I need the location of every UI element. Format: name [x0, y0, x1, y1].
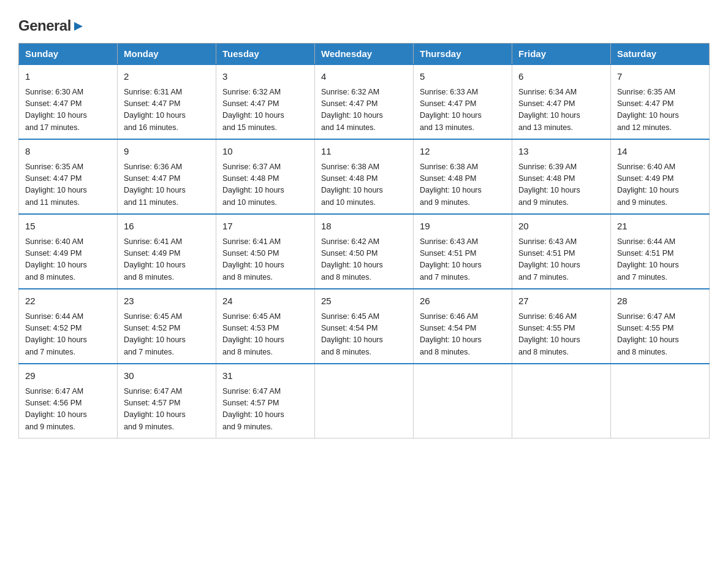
day-cell: 12Sunrise: 6:38 AMSunset: 4:48 PMDayligh…: [414, 139, 512, 214]
logo-general-text: General: [18, 17, 71, 34]
day-number: 16: [124, 220, 210, 234]
day-cell: 22Sunrise: 6:44 AMSunset: 4:52 PMDayligh…: [19, 289, 118, 364]
day-info: Sunrise: 6:38 AMSunset: 4:48 PMDaylight:…: [420, 161, 506, 209]
day-number: 6: [518, 70, 604, 84]
day-cell: 27Sunrise: 6:46 AMSunset: 4:55 PMDayligh…: [512, 289, 611, 364]
day-cell: 6Sunrise: 6:34 AMSunset: 4:47 PMDaylight…: [512, 64, 611, 139]
day-info: Sunrise: 6:44 AMSunset: 4:51 PMDaylight:…: [617, 236, 703, 284]
day-info: Sunrise: 6:47 AMSunset: 4:56 PMDaylight:…: [25, 386, 111, 434]
day-info: Sunrise: 6:45 AMSunset: 4:52 PMDaylight:…: [124, 311, 210, 359]
day-cell: 24Sunrise: 6:45 AMSunset: 4:53 PMDayligh…: [216, 289, 315, 364]
svg-marker-0: [74, 22, 83, 31]
day-number: 27: [518, 294, 604, 308]
day-cell: [512, 364, 611, 439]
day-number: 17: [222, 220, 308, 234]
day-cell: 15Sunrise: 6:40 AMSunset: 4:49 PMDayligh…: [19, 214, 118, 289]
day-info: Sunrise: 6:42 AMSunset: 4:50 PMDaylight:…: [321, 236, 407, 284]
day-info: Sunrise: 6:43 AMSunset: 4:51 PMDaylight:…: [420, 236, 506, 284]
day-cell: 18Sunrise: 6:42 AMSunset: 4:50 PMDayligh…: [315, 214, 414, 289]
day-number: 19: [420, 220, 506, 234]
day-info: Sunrise: 6:38 AMSunset: 4:48 PMDaylight:…: [321, 161, 407, 209]
day-number: 23: [124, 294, 210, 308]
day-info: Sunrise: 6:35 AMSunset: 4:47 PMDaylight:…: [617, 86, 703, 134]
day-number: 29: [25, 369, 111, 383]
day-number: 2: [124, 70, 210, 84]
day-cell: 8Sunrise: 6:35 AMSunset: 4:47 PMDaylight…: [19, 139, 118, 214]
day-info: Sunrise: 6:31 AMSunset: 4:47 PMDaylight:…: [124, 86, 210, 134]
day-info: Sunrise: 6:47 AMSunset: 4:57 PMDaylight:…: [124, 386, 210, 434]
day-info: Sunrise: 6:40 AMSunset: 4:49 PMDaylight:…: [25, 236, 111, 284]
day-number: 15: [25, 220, 111, 234]
day-cell: 11Sunrise: 6:38 AMSunset: 4:48 PMDayligh…: [315, 139, 414, 214]
day-info: Sunrise: 6:30 AMSunset: 4:47 PMDaylight:…: [25, 86, 111, 134]
day-cell: 13Sunrise: 6:39 AMSunset: 4:48 PMDayligh…: [512, 139, 611, 214]
day-cell: [315, 364, 414, 439]
col-header-thursday: Thursday: [414, 44, 512, 65]
day-info: Sunrise: 6:45 AMSunset: 4:54 PMDaylight:…: [321, 311, 407, 359]
day-cell: 30Sunrise: 6:47 AMSunset: 4:57 PMDayligh…: [118, 364, 216, 439]
day-cell: 29Sunrise: 6:47 AMSunset: 4:56 PMDayligh…: [19, 364, 118, 439]
day-info: Sunrise: 6:32 AMSunset: 4:47 PMDaylight:…: [222, 86, 308, 134]
col-header-monday: Monday: [118, 44, 216, 65]
day-info: Sunrise: 6:39 AMSunset: 4:48 PMDaylight:…: [518, 161, 604, 209]
day-cell: 19Sunrise: 6:43 AMSunset: 4:51 PMDayligh…: [414, 214, 512, 289]
day-cell: 23Sunrise: 6:45 AMSunset: 4:52 PMDayligh…: [118, 289, 216, 364]
col-header-saturday: Saturday: [611, 44, 710, 65]
day-info: Sunrise: 6:47 AMSunset: 4:55 PMDaylight:…: [617, 311, 703, 359]
day-cell: 9Sunrise: 6:36 AMSunset: 4:47 PMDaylight…: [118, 139, 216, 214]
day-number: 8: [25, 145, 111, 159]
day-cell: 26Sunrise: 6:46 AMSunset: 4:54 PMDayligh…: [414, 289, 512, 364]
day-info: Sunrise: 6:45 AMSunset: 4:53 PMDaylight:…: [222, 311, 308, 359]
day-number: 14: [617, 145, 703, 159]
day-info: Sunrise: 6:40 AMSunset: 4:49 PMDaylight:…: [617, 161, 703, 209]
day-cell: 3Sunrise: 6:32 AMSunset: 4:47 PMDaylight…: [216, 64, 315, 139]
day-info: Sunrise: 6:46 AMSunset: 4:54 PMDaylight:…: [420, 311, 506, 359]
day-info: Sunrise: 6:47 AMSunset: 4:57 PMDaylight:…: [222, 386, 308, 434]
day-number: 5: [420, 70, 506, 84]
calendar-header-row: SundayMondayTuesdayWednesdayThursdayFrid…: [19, 44, 710, 65]
day-number: 7: [617, 70, 703, 84]
day-cell: 21Sunrise: 6:44 AMSunset: 4:51 PMDayligh…: [611, 214, 710, 289]
day-info: Sunrise: 6:34 AMSunset: 4:47 PMDaylight:…: [518, 86, 604, 134]
day-number: 20: [518, 220, 604, 234]
day-cell: 4Sunrise: 6:32 AMSunset: 4:47 PMDaylight…: [315, 64, 414, 139]
week-row-4: 22Sunrise: 6:44 AMSunset: 4:52 PMDayligh…: [19, 289, 710, 364]
day-info: Sunrise: 6:41 AMSunset: 4:49 PMDaylight:…: [124, 236, 210, 284]
day-number: 21: [617, 220, 703, 234]
day-info: Sunrise: 6:33 AMSunset: 4:47 PMDaylight:…: [420, 86, 506, 134]
day-cell: [414, 364, 512, 439]
col-header-friday: Friday: [512, 44, 611, 65]
day-number: 1: [25, 70, 111, 84]
calendar-table: SundayMondayTuesdayWednesdayThursdayFrid…: [18, 43, 710, 439]
day-cell: 2Sunrise: 6:31 AMSunset: 4:47 PMDaylight…: [118, 64, 216, 139]
col-header-wednesday: Wednesday: [315, 44, 414, 65]
day-cell: 14Sunrise: 6:40 AMSunset: 4:49 PMDayligh…: [611, 139, 710, 214]
day-number: 12: [420, 145, 506, 159]
day-number: 13: [518, 145, 604, 159]
day-info: Sunrise: 6:46 AMSunset: 4:55 PMDaylight:…: [518, 311, 604, 359]
day-info: Sunrise: 6:43 AMSunset: 4:51 PMDaylight:…: [518, 236, 604, 284]
day-number: 24: [222, 294, 308, 308]
day-number: 30: [124, 369, 210, 383]
day-info: Sunrise: 6:41 AMSunset: 4:50 PMDaylight:…: [222, 236, 308, 284]
col-header-sunday: Sunday: [19, 44, 118, 65]
week-row-5: 29Sunrise: 6:47 AMSunset: 4:56 PMDayligh…: [19, 364, 710, 439]
day-cell: [611, 364, 710, 439]
week-row-2: 8Sunrise: 6:35 AMSunset: 4:47 PMDaylight…: [19, 139, 710, 214]
day-number: 10: [222, 145, 308, 159]
day-cell: 1Sunrise: 6:30 AMSunset: 4:47 PMDaylight…: [19, 64, 118, 139]
day-info: Sunrise: 6:44 AMSunset: 4:52 PMDaylight:…: [25, 311, 111, 359]
day-cell: 31Sunrise: 6:47 AMSunset: 4:57 PMDayligh…: [216, 364, 315, 439]
day-number: 26: [420, 294, 506, 308]
day-info: Sunrise: 6:32 AMSunset: 4:47 PMDaylight:…: [321, 86, 407, 134]
day-cell: 28Sunrise: 6:47 AMSunset: 4:55 PMDayligh…: [611, 289, 710, 364]
week-row-3: 15Sunrise: 6:40 AMSunset: 4:49 PMDayligh…: [19, 214, 710, 289]
day-number: 22: [25, 294, 111, 308]
header-area: General: [18, 12, 710, 32]
day-cell: 17Sunrise: 6:41 AMSunset: 4:50 PMDayligh…: [216, 214, 315, 289]
day-number: 3: [222, 70, 308, 84]
day-number: 28: [617, 294, 703, 308]
day-number: 11: [321, 145, 407, 159]
day-number: 25: [321, 294, 407, 308]
day-cell: 10Sunrise: 6:37 AMSunset: 4:48 PMDayligh…: [216, 139, 315, 214]
